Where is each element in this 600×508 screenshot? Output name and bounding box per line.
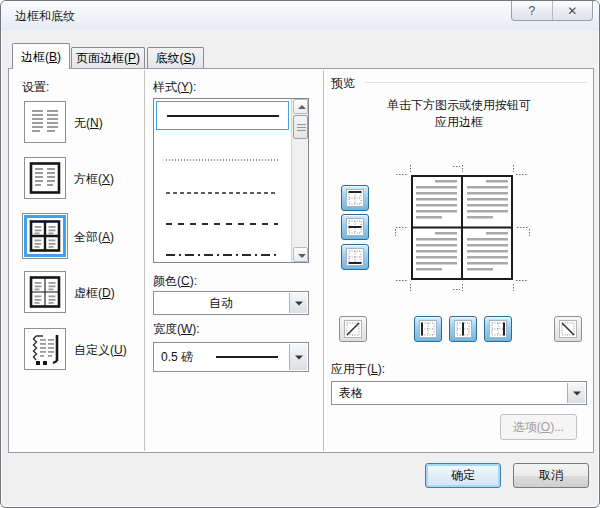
preview-table-icon xyxy=(393,165,533,293)
preview-hint-line2: 应用边框 xyxy=(324,114,594,131)
bottom-border-button[interactable] xyxy=(341,244,369,270)
line-style-option-dash-dot[interactable] xyxy=(156,243,289,246)
preset-grid-label[interactable]: 虚框(D) xyxy=(74,285,115,302)
label-post: ) xyxy=(136,51,140,65)
right-border-icon xyxy=(489,320,507,338)
cancel-button[interactable]: 取消 xyxy=(513,463,589,488)
apply-to-label: 应用于(L): xyxy=(331,361,385,378)
inside-vertical-border-icon xyxy=(454,320,472,338)
diagonal-down-border-button[interactable] xyxy=(554,316,582,342)
label-accel: A xyxy=(102,230,110,244)
left-border-icon xyxy=(419,320,437,338)
bottom-border-icon xyxy=(346,248,364,266)
style-label: 样式(Y): xyxy=(153,79,196,96)
width-dropdown-button[interactable] xyxy=(289,344,307,370)
label-pre: 虚框( xyxy=(74,286,102,300)
dotted-line-sample xyxy=(156,159,289,162)
top-border-button[interactable] xyxy=(341,185,369,211)
label-accel: D xyxy=(102,286,111,300)
line-style-option-dotted[interactable] xyxy=(156,148,289,150)
all-preset-icon xyxy=(27,218,63,254)
inside-vertical-border-button[interactable] xyxy=(449,316,477,342)
preset-none-label[interactable]: 无(N) xyxy=(74,115,103,132)
preset-box-label[interactable]: 方框(X) xyxy=(74,171,114,188)
inside-horizontal-border-icon xyxy=(346,218,364,236)
label-pre: 自定义( xyxy=(74,343,114,357)
diagonal-down-border-icon xyxy=(559,320,577,338)
dash-medium-line-sample xyxy=(156,222,289,226)
label-pre: 宽度( xyxy=(153,322,181,336)
inside-horizontal-border-button[interactable] xyxy=(341,214,369,240)
apply-to-value: 表格 xyxy=(332,382,566,404)
close-icon: ✕ xyxy=(567,4,577,18)
tab-shading[interactable]: 底纹(S) xyxy=(147,47,204,69)
right-border-button[interactable] xyxy=(484,316,512,342)
preset-box-button[interactable] xyxy=(24,157,66,199)
help-button[interactable]: ? xyxy=(512,1,552,20)
preset-custom-label[interactable]: 自定义(U) xyxy=(74,342,127,359)
scroll-up-button[interactable] xyxy=(293,99,308,114)
tab-borders[interactable]: 边框(B) xyxy=(12,43,70,69)
thumb-grip-icon xyxy=(297,124,306,132)
label-pre: 应用于( xyxy=(331,362,371,376)
label-post: ) xyxy=(110,172,114,186)
label-accel: U xyxy=(114,343,123,357)
titlebar[interactable]: 边框和底纹 xyxy=(1,1,599,31)
preview-group-line xyxy=(365,82,587,83)
label-post: ) xyxy=(192,51,196,65)
preview-group-label: 预览 xyxy=(331,75,355,92)
options-button: 选项(O)... xyxy=(500,414,577,440)
grid-preset-icon xyxy=(27,274,63,310)
preset-custom-button[interactable] xyxy=(24,328,66,370)
width-combobox[interactable]: 0.5 磅 xyxy=(153,342,309,372)
label-accel: S xyxy=(183,51,191,65)
dash-small-line-sample xyxy=(156,192,289,195)
label-post: )... xyxy=(550,420,564,434)
chevron-down-icon xyxy=(295,301,303,305)
line-style-option-dash-medium[interactable] xyxy=(156,212,289,215)
color-value: 自动 xyxy=(154,292,288,314)
label-accel: B xyxy=(49,50,57,64)
label-accel: X xyxy=(102,172,110,186)
line-style-option-solid[interactable] xyxy=(156,101,289,130)
color-dropdown-button[interactable] xyxy=(289,293,307,313)
preset-all-label[interactable]: 全部(A) xyxy=(74,229,114,246)
close-button[interactable]: ✕ xyxy=(552,1,593,20)
chevron-down-icon xyxy=(573,391,581,395)
width-label: 宽度(W): xyxy=(153,321,200,338)
line-style-list xyxy=(153,98,309,263)
diagonal-up-border-button[interactable] xyxy=(339,316,367,342)
label-pre: 全部( xyxy=(74,230,102,244)
preset-none-button[interactable] xyxy=(24,101,66,143)
style-list-scrollbar[interactable] xyxy=(291,99,308,262)
left-border-button[interactable] xyxy=(414,316,442,342)
scrollbar-thumb[interactable] xyxy=(293,115,308,139)
apply-to-dropdown-button[interactable] xyxy=(567,383,585,403)
top-border-icon xyxy=(346,189,364,207)
arrow-up-icon xyxy=(298,105,306,109)
preview-table-diagram[interactable] xyxy=(393,165,533,293)
width-line-sample xyxy=(216,356,278,358)
label-pre: 页面边框( xyxy=(76,51,128,65)
label-pre: 无( xyxy=(74,116,90,130)
label-pre: 方框( xyxy=(74,172,102,186)
custom-preset-icon xyxy=(27,331,63,367)
color-combobox[interactable]: 自动 xyxy=(153,291,309,315)
dialog-title: 边框和底纹 xyxy=(15,8,75,25)
box-preset-icon xyxy=(27,160,63,196)
scroll-down-button[interactable] xyxy=(293,247,308,262)
help-icon: ? xyxy=(528,4,535,18)
label-post: ) xyxy=(99,116,103,130)
label-post: ): xyxy=(192,322,199,336)
label-pre: 底纹( xyxy=(155,51,183,65)
label-post: ): xyxy=(189,80,196,94)
line-style-option-dash-small[interactable] xyxy=(156,181,289,183)
column-separator-1 xyxy=(144,70,145,451)
tab-page-border[interactable]: 页面边框(P) xyxy=(71,47,145,69)
solid-line-sample xyxy=(167,115,279,117)
preset-all-button[interactable] xyxy=(22,213,68,259)
preset-grid-button[interactable] xyxy=(24,271,66,313)
apply-to-combobox[interactable]: 表格 xyxy=(331,381,587,405)
ok-button[interactable]: 确定 xyxy=(425,463,501,488)
settings-label: 设置: xyxy=(22,79,49,96)
